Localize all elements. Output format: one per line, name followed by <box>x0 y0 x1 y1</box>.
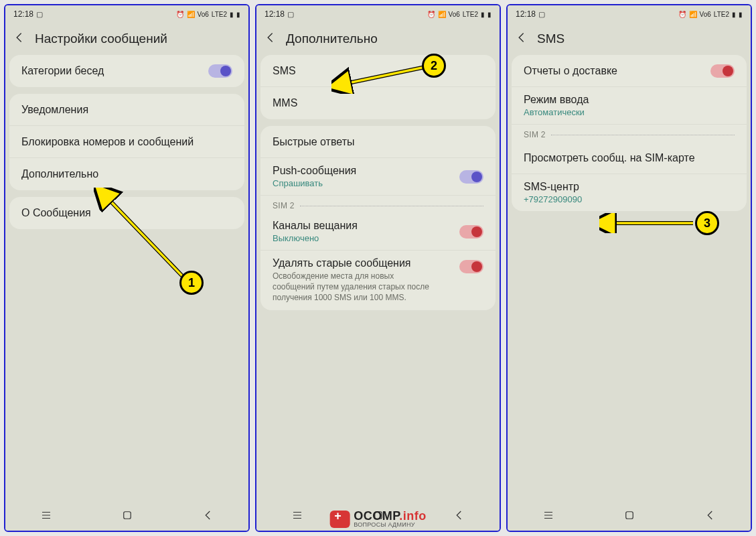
recents-button[interactable] <box>291 509 303 524</box>
watermark-icon <box>329 511 350 528</box>
battery-icon: ▮ <box>236 11 240 18</box>
row-sms-center[interactable]: SMS-центр +79272909090 <box>512 174 747 211</box>
signal-icon: ▮ <box>230 11 234 18</box>
annotation-badge-2: 2 <box>422 54 446 78</box>
page-title: SMS <box>537 31 564 46</box>
battery-icon: ▮ <box>487 11 492 18</box>
alarm-icon: ⏰ <box>176 11 184 18</box>
row-broadcast[interactable]: Каналы вещания Выключено <box>260 213 496 251</box>
signal-icon: ▮ <box>732 11 736 18</box>
row-input-mode[interactable]: Режим ввода Автоматически <box>512 87 747 125</box>
back-icon[interactable] <box>13 31 25 46</box>
back-button[interactable] <box>453 509 465 524</box>
battery-icon: ▮ <box>739 11 743 18</box>
svg-line-4 <box>107 198 187 281</box>
alarm-icon: ⏰ <box>427 11 435 18</box>
toggle-icon[interactable] <box>459 225 483 239</box>
sim-section-label: SIM 2 <box>512 125 747 142</box>
annotation-arrow-3 <box>599 213 700 233</box>
row-block[interactable]: Блокировка номеров и сообщений <box>9 126 244 158</box>
back-icon[interactable] <box>264 31 277 46</box>
row-push[interactable]: Push-сообщения Спрашивать <box>260 158 496 196</box>
svg-rect-2 <box>625 512 633 519</box>
toggle-icon[interactable] <box>710 64 735 78</box>
row-advanced[interactable]: Дополнительно <box>9 158 244 190</box>
signal-icon: ▮ <box>481 11 485 18</box>
lte-label2: LTE2 <box>463 11 478 18</box>
gallery-icon: ▢ <box>36 10 43 19</box>
card: Категории бесед <box>9 55 244 87</box>
status-bar: 12:18 ▢ ⏰ 📶 Vo6 LTE2 ▮ ▮ <box>5 5 248 23</box>
page-title: Настройки сообщений <box>35 31 167 46</box>
row-view-sim-messages[interactable]: Просмотреть сообщ. на SIM-карте <box>512 142 747 174</box>
annotation-badge-3: 3 <box>695 211 719 235</box>
wifi-icon: 📶 <box>438 11 446 18</box>
back-icon[interactable] <box>516 31 528 46</box>
phone-screen-3: 12:18 ▢ ⏰ 📶 Vo6 LTE2 ▮ ▮ SMS Отчеты о до… <box>506 4 752 532</box>
title-bar: Настройки сообщений <box>5 23 248 55</box>
status-bar: 12:18 ▢ ⏰ 📶 Vo6 LTE2 ▮ ▮ <box>256 5 500 23</box>
gallery-icon: ▢ <box>287 10 294 19</box>
page-title: Дополнительно <box>286 31 378 46</box>
recents-button[interactable] <box>542 509 554 524</box>
row-categories[interactable]: Категории бесед <box>9 55 244 87</box>
row-delete-old[interactable]: Удалять старые сообщения Освобождение ме… <box>260 251 496 310</box>
toggle-icon[interactable] <box>459 260 483 273</box>
nav-bar <box>5 503 248 531</box>
home-button[interactable] <box>121 509 133 524</box>
title-bar: Дополнительно <box>256 23 500 55</box>
toggle-icon[interactable] <box>208 64 232 78</box>
lte-label2: LTE2 <box>212 11 227 18</box>
card: Отчеты о доставке Режим ввода Автоматиче… <box>512 55 747 211</box>
row-delivery-reports[interactable]: Отчеты о доставке <box>512 55 747 87</box>
status-time: 12:18 <box>516 9 536 19</box>
watermark-title: OCOMP.info <box>354 510 427 522</box>
back-button[interactable] <box>202 509 214 524</box>
lte-label: Vo6 <box>700 11 711 18</box>
watermark-subtitle: ВОПРОСЫ АДМИНУ <box>354 522 427 528</box>
nav-bar <box>508 503 751 531</box>
lte-label: Vo6 <box>449 11 460 18</box>
card: Уведомления Блокировка номеров и сообщен… <box>9 94 244 190</box>
title-bar: SMS <box>508 23 751 55</box>
svg-rect-0 <box>123 512 131 519</box>
svg-line-6 <box>345 67 425 84</box>
lte-label2: LTE2 <box>714 11 729 18</box>
recents-button[interactable] <box>40 509 52 524</box>
status-time: 12:18 <box>264 9 285 19</box>
gallery-icon: ▢ <box>538 10 545 19</box>
row-notifications[interactable]: Уведомления <box>9 94 244 126</box>
row-quick-replies[interactable]: Быстрые ответы <box>260 126 496 158</box>
annotation-badge-1: 1 <box>179 271 204 295</box>
toggle-icon[interactable] <box>459 170 483 184</box>
alarm-icon: ⏰ <box>678 11 686 18</box>
status-time: 12:18 <box>13 9 33 19</box>
home-button[interactable] <box>623 509 635 524</box>
lte-label: Vo6 <box>198 11 209 18</box>
wifi-icon: 📶 <box>689 11 697 18</box>
watermark: OCOMP.info ВОПРОСЫ АДМИНУ <box>329 510 427 528</box>
card: Быстрые ответы Push-сообщения Спрашивать… <box>260 126 496 310</box>
wifi-icon: 📶 <box>187 11 195 18</box>
back-button[interactable] <box>704 509 716 524</box>
sim-section-label: SIM 2 <box>260 196 496 213</box>
status-bar: 12:18 ▢ ⏰ 📶 Vo6 LTE2 ▮ ▮ <box>508 5 751 23</box>
